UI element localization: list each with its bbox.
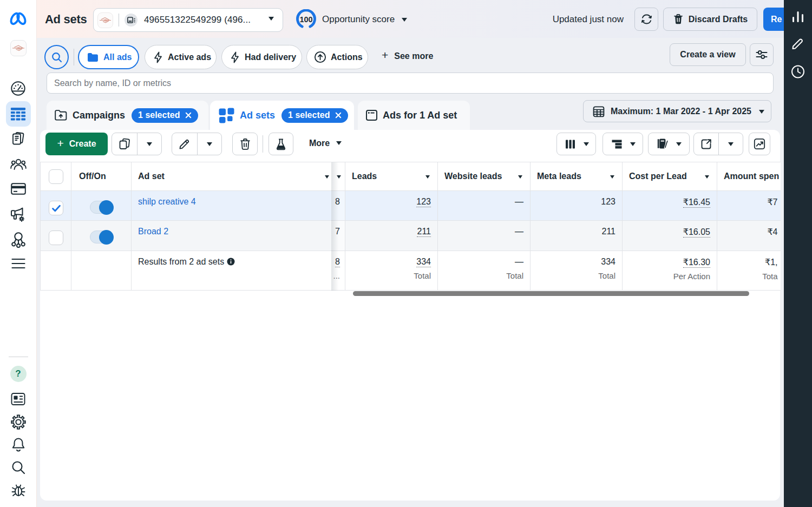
svg-text:100: 100 (299, 15, 312, 24)
